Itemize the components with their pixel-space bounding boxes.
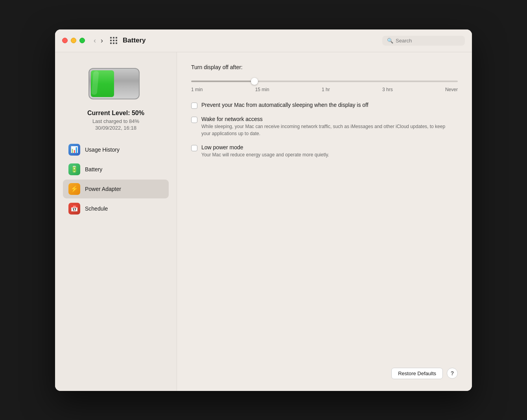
last-charged: Last charged to 84% xyxy=(87,118,144,124)
sidebar: Current Level: 50% Last charged to 84% 3… xyxy=(55,52,177,391)
wake-network-text: Wake for network access While sleeping, … xyxy=(201,116,453,137)
display-off-label: Turn display off after: xyxy=(191,64,458,70)
grid-dot xyxy=(113,42,114,44)
grid-dot xyxy=(110,40,112,41)
schedule-icon: 📅 xyxy=(68,203,80,215)
back-button[interactable]: ‹ xyxy=(92,36,98,45)
prevent-sleep-title: Prevent your Mac from automatically slee… xyxy=(201,102,369,108)
restore-defaults-button[interactable]: Restore Defaults xyxy=(391,368,443,379)
titlebar: ‹ › Battery 🔍 xyxy=(55,29,472,52)
close-button[interactable] xyxy=(62,38,68,43)
power-adapter-icon: ⚡ xyxy=(68,183,80,195)
current-level: Current Level: 50% xyxy=(87,110,144,117)
option-prevent-sleep: Prevent your Mac from automatically slee… xyxy=(191,102,458,109)
grid-dot xyxy=(110,37,112,39)
wake-network-checkbox[interactable] xyxy=(191,117,197,123)
battery-illustration xyxy=(88,68,144,103)
slider-labels: 1 min 15 min 1 hr 3 hrs Never xyxy=(191,87,458,92)
wake-network-title: Wake for network access xyxy=(201,116,453,122)
prevent-sleep-checkbox[interactable] xyxy=(191,103,197,109)
grid-dot xyxy=(113,37,114,39)
battery-body xyxy=(88,68,140,99)
grid-dot xyxy=(110,42,112,44)
forward-button[interactable]: › xyxy=(99,36,105,45)
usage-history-icon: 📊 xyxy=(68,144,80,156)
options-section: Prevent your Mac from automatically slee… xyxy=(191,102,458,361)
low-power-text: Low power mode Your Mac will reduce ener… xyxy=(201,144,329,158)
traffic-lights xyxy=(62,38,85,43)
bottom-bar: Restore Defaults ? xyxy=(191,361,458,379)
slider-container: 1 min 15 min 1 hr 3 hrs Never xyxy=(191,77,458,92)
search-bar[interactable]: 🔍 xyxy=(382,36,465,46)
grid-dot xyxy=(116,40,117,41)
grid-icon[interactable] xyxy=(110,37,117,44)
nav-buttons: ‹ › xyxy=(92,36,105,45)
sidebar-item-battery[interactable]: 🔋Battery xyxy=(63,160,169,179)
low-power-title: Low power mode xyxy=(201,144,329,150)
battery-label: Battery xyxy=(85,166,102,172)
slider-label-3hrs: 3 hrs xyxy=(382,87,393,92)
battery-stats: Current Level: 50% Last charged to 84% 3… xyxy=(87,110,144,131)
slider-label-1hr: 1 hr xyxy=(322,87,330,92)
slider-label-never: Never xyxy=(445,87,458,92)
sidebar-item-power-adapter[interactable]: ⚡Power Adapter xyxy=(63,180,169,198)
usage-history-label: Usage History xyxy=(85,147,120,153)
grid-dot xyxy=(113,40,114,41)
search-input[interactable] xyxy=(396,38,460,44)
search-icon: 🔍 xyxy=(387,38,393,44)
prevent-sleep-text: Prevent your Mac from automatically slee… xyxy=(201,102,369,109)
schedule-label: Schedule xyxy=(85,205,108,212)
main-content: Current Level: 50% Last charged to 84% 3… xyxy=(55,52,472,391)
slider-label-15min: 15 min xyxy=(255,87,269,92)
minimize-button[interactable] xyxy=(71,38,76,43)
sidebar-item-schedule[interactable]: 📅Schedule xyxy=(63,199,169,218)
help-button[interactable]: ? xyxy=(447,368,458,379)
slider-range xyxy=(191,77,458,84)
option-low-power: Low power mode Your Mac will reduce ener… xyxy=(191,144,458,158)
charge-date: 30/09/2022, 16:18 xyxy=(87,125,144,131)
window-title: Battery xyxy=(123,37,146,44)
sidebar-nav: 📊Usage History🔋Battery⚡Power Adapter📅Sch… xyxy=(55,140,177,218)
content-panel: Turn display off after: 1 min 15 min 1 h… xyxy=(177,52,472,391)
option-wake-network: Wake for network access While sleeping, … xyxy=(191,116,458,137)
low-power-desc: Your Mac will reduce energy usage and op… xyxy=(201,151,329,158)
slider-label-1min: 1 min xyxy=(191,87,203,92)
sidebar-item-usage-history[interactable]: 📊Usage History xyxy=(63,140,169,159)
grid-dot xyxy=(116,42,117,44)
main-window: ‹ › Battery 🔍 xyxy=(55,29,472,391)
display-timer-slider[interactable] xyxy=(191,81,458,82)
low-power-checkbox[interactable] xyxy=(191,145,197,151)
battery-icon: 🔋 xyxy=(68,163,80,175)
power-adapter-label: Power Adapter xyxy=(85,186,121,192)
battery-tip xyxy=(139,79,140,88)
wake-network-desc: While sleeping, your Mac can receive inc… xyxy=(201,123,453,137)
maximize-button[interactable] xyxy=(79,38,85,43)
grid-dot xyxy=(116,37,117,39)
